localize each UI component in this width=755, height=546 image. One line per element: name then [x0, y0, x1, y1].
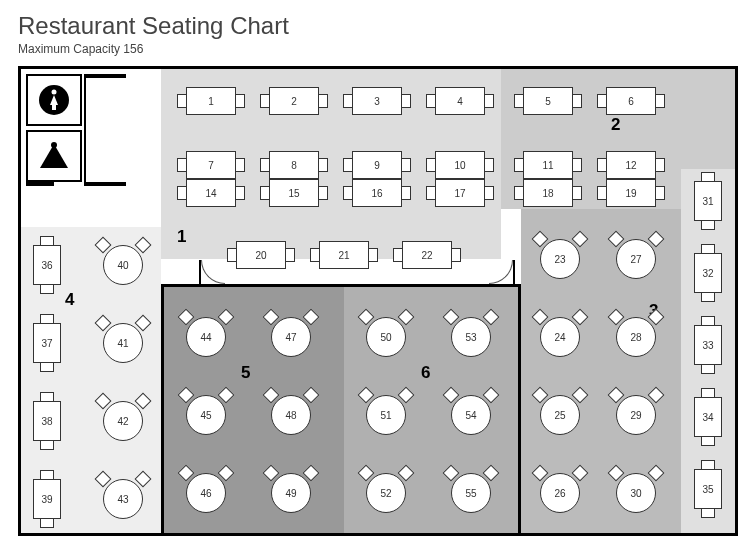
table-30[interactable]: 30	[616, 473, 656, 513]
wall-segment	[84, 74, 86, 182]
table-46[interactable]: 46	[186, 473, 226, 513]
table-16[interactable]: 16	[352, 179, 402, 207]
table-42[interactable]: 42	[103, 401, 143, 441]
table-25[interactable]: 25	[540, 395, 580, 435]
table-22[interactable]: 22	[402, 241, 452, 269]
table-39[interactable]: 39	[33, 479, 61, 519]
table-34[interactable]: 34	[694, 397, 722, 437]
table-5[interactable]: 5	[523, 87, 573, 115]
section-5-label: 5	[241, 363, 250, 383]
door-icon	[491, 260, 515, 284]
table-24[interactable]: 24	[540, 317, 580, 357]
section-4-label: 4	[65, 290, 74, 310]
womens-restroom	[26, 74, 82, 126]
table-50[interactable]: 50	[366, 317, 406, 357]
table-43[interactable]: 43	[103, 479, 143, 519]
table-40[interactable]: 40	[103, 245, 143, 285]
table-36[interactable]: 36	[33, 245, 61, 285]
table-49[interactable]: 49	[271, 473, 311, 513]
table-38[interactable]: 38	[33, 401, 61, 441]
table-12[interactable]: 12	[606, 151, 656, 179]
table-23[interactable]: 23	[540, 239, 580, 279]
table-54[interactable]: 54	[451, 395, 491, 435]
table-14[interactable]: 14	[186, 179, 236, 207]
table-19[interactable]: 19	[606, 179, 656, 207]
table-55[interactable]: 55	[451, 473, 491, 513]
table-32[interactable]: 32	[694, 253, 722, 293]
table-52[interactable]: 52	[366, 473, 406, 513]
table-21[interactable]: 21	[319, 241, 369, 269]
table-31[interactable]: 31	[694, 181, 722, 221]
mens-restroom	[26, 130, 82, 182]
table-8[interactable]: 8	[269, 151, 319, 179]
table-10[interactable]: 10	[435, 151, 485, 179]
capacity-subtitle: Maximum Capacity 156	[18, 42, 737, 56]
table-53[interactable]: 53	[451, 317, 491, 357]
table-51[interactable]: 51	[366, 395, 406, 435]
table-18[interactable]: 18	[523, 179, 573, 207]
wall-segment	[84, 74, 126, 78]
page-title: Restaurant Seating Chart	[18, 12, 737, 40]
table-11[interactable]: 11	[523, 151, 573, 179]
table-6[interactable]: 6	[606, 87, 656, 115]
womens-restroom-icon	[39, 85, 69, 115]
table-28[interactable]: 28	[616, 317, 656, 357]
section-1-label: 1	[177, 227, 186, 247]
table-15[interactable]: 15	[269, 179, 319, 207]
table-20[interactable]: 20	[236, 241, 286, 269]
table-33[interactable]: 33	[694, 325, 722, 365]
wall-segment	[26, 182, 54, 186]
table-3[interactable]: 3	[352, 87, 402, 115]
table-9[interactable]: 9	[352, 151, 402, 179]
table-48[interactable]: 48	[271, 395, 311, 435]
table-47[interactable]: 47	[271, 317, 311, 357]
table-26[interactable]: 26	[540, 473, 580, 513]
section-2-label: 2	[611, 115, 620, 135]
table-4[interactable]: 4	[435, 87, 485, 115]
table-37[interactable]: 37	[33, 323, 61, 363]
floor-plan: 1 2 3 4 5 6 1 2 3 4 5 6 7 8 9 10 11 12 1…	[18, 66, 738, 536]
table-1[interactable]: 1	[186, 87, 236, 115]
table-41[interactable]: 41	[103, 323, 143, 363]
wall-segment	[84, 182, 126, 186]
table-27[interactable]: 27	[616, 239, 656, 279]
table-29[interactable]: 29	[616, 395, 656, 435]
table-17[interactable]: 17	[435, 179, 485, 207]
mens-restroom-icon	[40, 144, 68, 168]
door-icon	[199, 260, 223, 284]
svg-point-0	[52, 90, 57, 95]
table-44[interactable]: 44	[186, 317, 226, 357]
table-7[interactable]: 7	[186, 151, 236, 179]
table-45[interactable]: 45	[186, 395, 226, 435]
table-35[interactable]: 35	[694, 469, 722, 509]
section-6-label: 6	[421, 363, 430, 383]
table-2[interactable]: 2	[269, 87, 319, 115]
